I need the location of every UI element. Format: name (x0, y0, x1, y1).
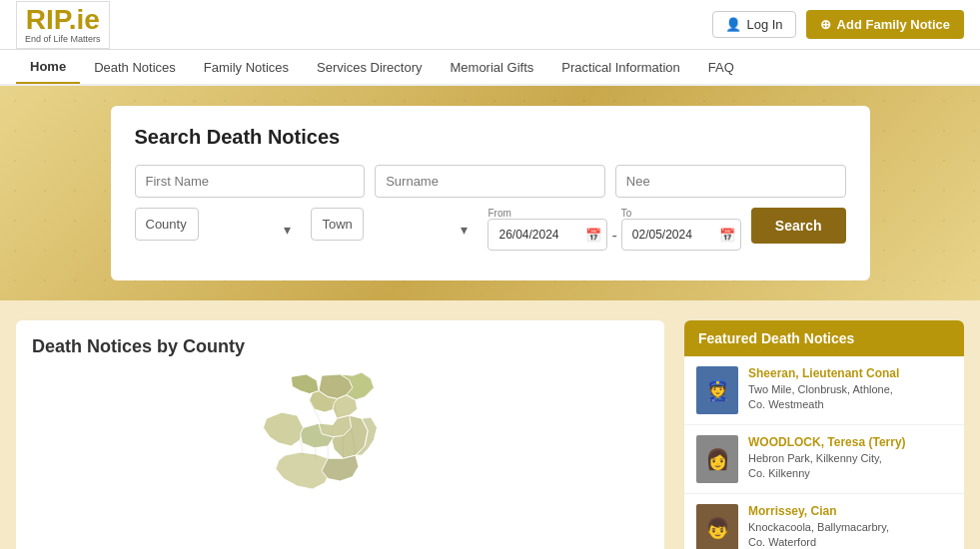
search-row-names (135, 165, 846, 198)
avatar-image-3: 👦 (696, 504, 738, 549)
add-notice-label: Add Family Notice (837, 17, 950, 32)
notice-avatar-3: 👦 (696, 504, 738, 549)
first-name-input[interactable] (135, 165, 366, 198)
notice-name-3: Morrissey, Cian (748, 504, 952, 518)
search-box: Search Death Notices County Town From (111, 106, 870, 280)
surname-input[interactable] (375, 165, 605, 198)
hero-section: Search Death Notices County Town From (0, 86, 980, 300)
featured-section: Featured Death Notices 👮 Sheeran, Lieute… (684, 320, 964, 549)
logo-text: RIP.ie (26, 6, 100, 34)
notice-item-2[interactable]: 👩 WOODLOCK, Teresa (Terry) Hebron Park, … (684, 425, 964, 494)
map-section: Death Notices by County (16, 320, 664, 549)
add-notice-button[interactable]: ⊕ Add Family Notice (806, 10, 964, 39)
county-select[interactable]: County (135, 208, 199, 241)
search-title: Search Death Notices (135, 126, 846, 149)
notice-info-1: Sheeran, Lieutenant Conal Two Mile, Clon… (748, 366, 952, 413)
nav-services-directory[interactable]: Services Directory (303, 52, 436, 83)
notice-location-3: Knockacoola, Ballymacarbry,Co. Waterford (748, 520, 952, 549)
map-title: Death Notices by County (32, 336, 648, 357)
to-date-wrap: To 📅 (621, 208, 741, 251)
nee-input[interactable] (615, 165, 846, 198)
from-label: From (488, 208, 607, 219)
logo-subtext: End of Life Matters (25, 34, 101, 44)
notice-name-1: Sheeran, Lieutenant Conal (748, 366, 952, 380)
from-calendar-icon[interactable]: 📅 (585, 228, 601, 243)
notice-avatar-2: 👩 (696, 435, 738, 483)
nav-death-notices[interactable]: Death Notices (80, 52, 190, 83)
notice-info-3: Morrissey, Cian Knockacoola, Ballymacarb… (748, 504, 952, 549)
avatar-image-1: 👮 (696, 366, 738, 414)
header-actions: 👤 Log In ⊕ Add Family Notice (712, 10, 964, 39)
svg-marker-5 (322, 455, 359, 481)
logo-box: RIP.ie End of Life Matters (16, 1, 110, 49)
nav-faq[interactable]: FAQ (694, 52, 748, 83)
town-select[interactable]: Town (311, 208, 364, 241)
notice-location-1: Two Mile, Clonbrusk, Athlone,Co. Westmea… (748, 382, 952, 413)
date-separator: - (611, 227, 616, 251)
ireland-map-svg (32, 369, 648, 529)
nav-family-notices[interactable]: Family Notices (190, 52, 303, 83)
site-header: RIP.ie End of Life Matters 👤 Log In ⊕ Ad… (0, 0, 980, 50)
to-label: To (621, 208, 741, 219)
plus-circle-icon: ⊕ (820, 17, 831, 32)
main-content: Death Notices by County (0, 300, 980, 549)
svg-marker-2 (264, 412, 304, 446)
town-select-wrapper: Town (311, 208, 478, 251)
logo-area: RIP.ie End of Life Matters (16, 1, 110, 49)
svg-marker-10 (291, 374, 319, 394)
search-button[interactable]: Search (751, 208, 846, 244)
avatar-image-2: 👩 (696, 435, 738, 483)
login-label: Log In (746, 17, 782, 32)
notice-item-1[interactable]: 👮 Sheeran, Lieutenant Conal Two Mile, Cl… (684, 356, 964, 425)
featured-header: Featured Death Notices (684, 320, 964, 356)
date-range-group: From 📅 - To 📅 (488, 208, 740, 251)
notice-avatar-1: 👮 (696, 366, 738, 414)
nav-home[interactable]: Home (16, 51, 80, 84)
login-button[interactable]: 👤 Log In (712, 11, 795, 38)
county-select-wrapper: County (135, 208, 302, 251)
nav-memorial-gifts[interactable]: Memorial Gifts (437, 52, 548, 83)
notice-name-2: WOODLOCK, Teresa (Terry) (748, 435, 952, 449)
nav-practical-information[interactable]: Practical Information (547, 52, 694, 83)
main-nav: Home Death Notices Family Notices Servic… (0, 50, 980, 86)
notice-item-3[interactable]: 👦 Morrissey, Cian Knockacoola, Ballymaca… (684, 494, 964, 549)
user-icon: 👤 (725, 17, 741, 32)
search-row-location: County Town From 📅 - To (135, 208, 846, 251)
from-date-wrap: From 📅 (488, 208, 607, 251)
to-calendar-icon[interactable]: 📅 (719, 228, 735, 243)
notice-location-2: Hebron Park, Kilkenny City,Co. Kilkenny (748, 451, 952, 482)
notice-info-2: WOODLOCK, Teresa (Terry) Hebron Park, Ki… (748, 435, 952, 482)
